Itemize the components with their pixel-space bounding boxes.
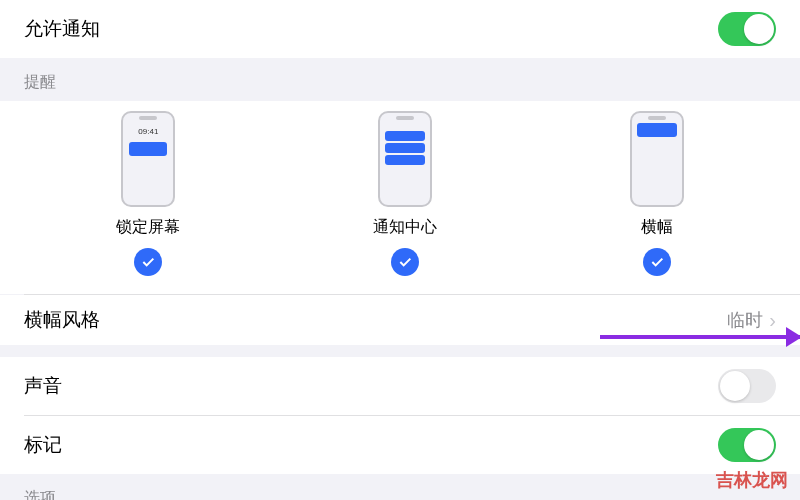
lockscreen-time: 09:41 bbox=[123, 127, 173, 136]
banner-style-label: 横幅风格 bbox=[24, 307, 100, 333]
lockscreen-label: 锁定屏幕 bbox=[116, 217, 180, 238]
allow-notifications-toggle[interactable] bbox=[718, 12, 776, 46]
lockscreen-check-icon bbox=[134, 248, 162, 276]
badges-label: 标记 bbox=[24, 432, 62, 458]
alert-style-options: 09:41 锁定屏幕 通知中心 横幅 bbox=[0, 101, 800, 294]
banner-style-value: 临时 bbox=[727, 308, 763, 332]
lockscreen-phone-icon: 09:41 bbox=[121, 111, 175, 207]
notification-center-phone-icon bbox=[378, 111, 432, 207]
banners-label: 横幅 bbox=[641, 217, 673, 238]
notification-center-check-icon bbox=[391, 248, 419, 276]
chevron-right-icon: › bbox=[769, 310, 776, 330]
sound-toggle[interactable] bbox=[718, 369, 776, 403]
allow-notifications-label: 允许通知 bbox=[24, 16, 100, 42]
banners-check-icon bbox=[643, 248, 671, 276]
alert-option-lockscreen[interactable]: 09:41 锁定屏幕 bbox=[116, 111, 180, 276]
sound-row: 声音 bbox=[0, 357, 800, 415]
notification-center-label: 通知中心 bbox=[373, 217, 437, 238]
sound-label: 声音 bbox=[24, 373, 62, 399]
alerts-section-header: 提醒 bbox=[0, 58, 800, 101]
annotation-arrow-icon bbox=[600, 335, 800, 339]
options-section-header: 选项 bbox=[0, 474, 800, 500]
badges-toggle[interactable] bbox=[718, 428, 776, 462]
allow-notifications-row: 允许通知 bbox=[0, 0, 800, 58]
alert-option-banners[interactable]: 横幅 bbox=[630, 111, 684, 276]
alert-option-notification-center[interactable]: 通知中心 bbox=[373, 111, 437, 276]
badges-row: 标记 bbox=[0, 416, 800, 474]
banners-phone-icon bbox=[630, 111, 684, 207]
watermark-text: 吉林龙网 bbox=[716, 468, 788, 492]
